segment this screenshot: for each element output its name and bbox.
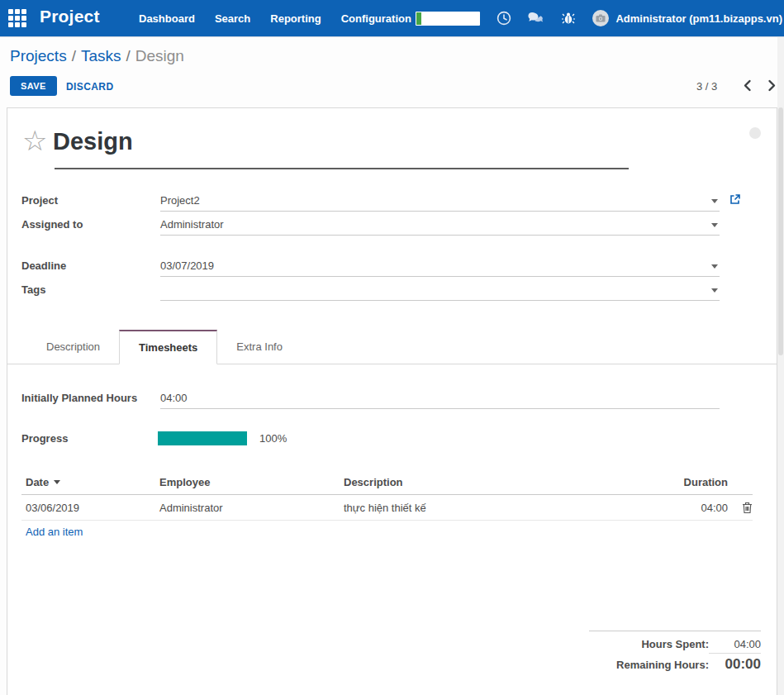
top-menu: Dashboard Search Reporting Configuration [139, 0, 411, 36]
breadcrumb-current: Design [135, 47, 184, 64]
project-label: Project [21, 192, 160, 212]
timesheet-table: Date Employee Description Duration 03/06… [21, 470, 753, 521]
tags-input[interactable] [160, 281, 720, 301]
scrollbar-track[interactable] [777, 37, 784, 695]
remaining-hours-value: 00:00 [709, 653, 761, 673]
timer-progress [416, 12, 421, 25]
planned-hours-label: Initially Planned Hours [21, 389, 160, 409]
progress-bar [158, 431, 247, 445]
field-row-planned-hours: Initially Planned Hours 04:00 [21, 389, 720, 409]
cell-description[interactable]: thực hiện thiết kế [344, 502, 653, 514]
menu-search[interactable]: Search [215, 12, 250, 25]
menu-reporting[interactable]: Reporting [270, 12, 321, 25]
breadcrumb-projects[interactable]: Projects [10, 47, 67, 64]
timer-widget[interactable] [416, 12, 480, 26]
save-button[interactable]: SAVE [10, 76, 57, 96]
deadline-input[interactable]: 03/07/2019 [160, 257, 720, 277]
cell-date[interactable]: 03/06/2019 [21, 502, 159, 514]
hours-spent-label: Hours Spent: [641, 638, 709, 650]
tags-label: Tags [21, 281, 160, 301]
user-name: Administrator (pm11.bizapps.vn) [615, 12, 782, 25]
planned-hours-input[interactable]: 04:00 [160, 389, 720, 409]
field-row-assigned: Assigned to Administrator [21, 216, 720, 236]
hours-summary: Hours Spent: 04:00 Remaining Hours: 00:0… [589, 631, 761, 675]
systray: Administrator (pm11.bizapps.vn) [416, 0, 782, 36]
top-navbar: Project Dashboard Search Reporting Confi… [0, 0, 784, 37]
breadcrumb: Projects/Tasks/Design [10, 47, 184, 65]
breadcrumb-separator: / [121, 47, 135, 64]
messages-icon[interactable] [528, 10, 544, 26]
hours-spent-value: 04:00 [709, 638, 761, 650]
add-an-item-link[interactable]: Add an item [26, 526, 83, 538]
delete-row-trash-icon[interactable] [742, 502, 753, 514]
title-underline [55, 168, 629, 169]
tab-description[interactable]: Description [27, 330, 119, 364]
tab-timesheets[interactable]: Timesheets [119, 330, 217, 364]
user-menu[interactable]: Administrator (pm11.bizapps.vn) [592, 10, 782, 26]
discard-button[interactable]: DISCARD [66, 81, 113, 93]
app-brand[interactable]: Project [40, 7, 100, 26]
bug-icon[interactable] [560, 10, 577, 26]
tags-dropdown-caret-icon[interactable] [711, 288, 718, 293]
assigned-dropdown-caret-icon[interactable] [711, 223, 718, 227]
timesheet-table-header: Date Employee Description Duration [21, 470, 753, 495]
header-description[interactable]: Description [344, 476, 653, 488]
progress-fill [158, 431, 247, 445]
sort-caret-icon [54, 480, 60, 484]
assigned-to-label: Assigned to [21, 216, 160, 236]
assigned-to-input[interactable]: Administrator [160, 216, 720, 236]
assigned-to-value: Administrator [160, 218, 224, 231]
progress-label: Progress [21, 432, 68, 445]
task-title[interactable]: Design [53, 128, 133, 155]
project-value: Project2 [160, 194, 200, 207]
breadcrumb-separator: / [67, 47, 81, 64]
clock-icon[interactable] [496, 10, 512, 26]
deadline-label: Deadline [21, 257, 160, 277]
timesheet-row[interactable]: 03/06/2019 Administrator thực hiện thiết… [21, 495, 753, 521]
breadcrumb-tasks[interactable]: Tasks [81, 47, 121, 64]
project-external-link-icon[interactable] [729, 193, 741, 207]
notebook-tabs: Description Timesheets Extra Info [7, 330, 777, 364]
project-dropdown-caret-icon[interactable] [711, 199, 718, 203]
planned-hours-value: 04:00 [160, 392, 188, 404]
form-sheet: ☆ Design Project Project2 Assigned to Ad… [7, 107, 777, 695]
menu-configuration[interactable]: Configuration [341, 12, 411, 25]
header-employee[interactable]: Employee [159, 476, 344, 488]
field-row-tags: Tags [21, 281, 720, 301]
kanban-state-dot [749, 127, 761, 139]
deadline-dropdown-caret-icon[interactable] [711, 264, 718, 269]
scrollbar-thumb[interactable] [778, 107, 783, 355]
favorite-star-icon[interactable]: ☆ [22, 126, 47, 155]
header-date[interactable]: Date [21, 476, 159, 488]
project-input[interactable]: Project2 [160, 192, 720, 212]
cell-duration[interactable]: 04:00 [653, 502, 728, 514]
field-row-project: Project Project2 [21, 192, 720, 212]
menu-dashboard[interactable]: Dashboard [139, 12, 195, 25]
remaining-hours-label: Remaining Hours: [616, 659, 709, 671]
deadline-value: 03/07/2019 [160, 259, 214, 272]
screen: Project Dashboard Search Reporting Confi… [0, 0, 784, 695]
progress-percent: 100% [259, 432, 287, 445]
header-duration[interactable]: Duration [653, 476, 728, 488]
pager-previous-icon[interactable] [742, 79, 753, 95]
apps-grid-icon[interactable] [8, 9, 26, 27]
tab-extra-info[interactable]: Extra Info [217, 330, 302, 364]
pager-count: 3 / 3 [696, 80, 717, 93]
field-row-deadline: Deadline 03/07/2019 [21, 257, 720, 277]
cell-employee[interactable]: Administrator [159, 502, 344, 514]
pager-next-icon[interactable] [767, 79, 777, 95]
avatar [592, 10, 609, 26]
